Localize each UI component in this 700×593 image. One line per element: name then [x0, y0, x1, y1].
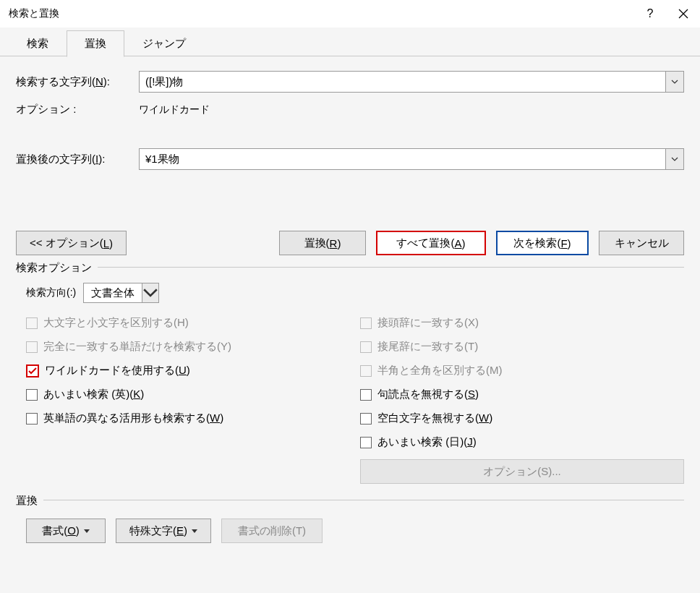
- ignore-whitespace-checkbox[interactable]: [360, 413, 372, 425]
- fuzzy-jp-option[interactable]: あいまい検索 (日)(J): [360, 435, 684, 449]
- clear-format-button: 書式の削除(T): [221, 519, 323, 543]
- find-replace-dialog: 検索と置換 ? 検索 置換 ジャンプ 検索する文字列(N):: [0, 0, 700, 593]
- options-left-col: 大文字と小文字を区別する(H) 完全に一致する単語だけを検索する(Y) ワイルド…: [16, 316, 350, 484]
- tab-replace[interactable]: 置換: [67, 30, 124, 57]
- direction-row: 検索方向(:) 文書全体: [26, 283, 684, 303]
- replace-label: 置換後の文字列(I):: [16, 153, 139, 166]
- tab-search[interactable]: 検索: [9, 30, 67, 56]
- match-prefix-option: 接頭辞に一致する(X): [360, 316, 684, 330]
- svg-marker-3: [192, 529, 197, 533]
- replace-dropdown-button[interactable]: [665, 148, 684, 170]
- match-prefix-checkbox: [360, 317, 372, 329]
- replace-group-legend: 置換: [16, 494, 43, 508]
- replace-button[interactable]: 置換(R): [279, 231, 366, 255]
- titlebar: 検索と置換 ?: [0, 0, 700, 27]
- replace-input[interactable]: [139, 148, 665, 170]
- options-right-col: 接頭辞に一致する(X) 接尾辞に一致する(T) 半角と全角を区別する(M) 句読…: [350, 316, 684, 484]
- chevron-down-icon: [671, 80, 678, 84]
- special-button[interactable]: 特殊文字(E): [116, 519, 211, 543]
- tabstrip: 検索 置換 ジャンプ: [0, 27, 700, 56]
- ignore-whitespace-option[interactable]: 空白文字を無視する(W): [360, 411, 684, 425]
- replace-combo: [139, 148, 684, 170]
- direction-value: 文書全体: [83, 283, 142, 303]
- find-combo: [139, 71, 684, 93]
- options-columns: 大文字と小文字を区別する(H) 完全に一致する単語だけを検索する(Y) ワイルド…: [16, 316, 684, 484]
- ignore-punct-option[interactable]: 句読点を無視する(S): [360, 388, 684, 401]
- option-row: オプション : ワイルドカード: [16, 103, 684, 116]
- chevron-down-icon: [671, 157, 678, 161]
- find-row: 検索する文字列(N):: [16, 71, 684, 93]
- direction-label: 検索方向(:): [26, 286, 76, 299]
- replace-row: 置換後の文字列(I):: [16, 148, 684, 170]
- fuzzy-en-checkbox[interactable]: [26, 389, 38, 401]
- less-options-button[interactable]: << オプション(L): [16, 231, 127, 255]
- match-suffix-checkbox: [360, 341, 372, 353]
- search-options-legend: 検索オプション: [16, 261, 98, 275]
- use-wildcards-option[interactable]: ワイルドカードを使用する(U): [26, 364, 350, 377]
- form-panel: 検索する文字列(N): オプション : ワイルドカード 置換後の文字列(I):: [0, 56, 700, 225]
- match-width-option: 半角と全角を区別する(M): [360, 364, 684, 377]
- find-input[interactable]: [139, 71, 665, 93]
- replace-group: 置換 書式(O) 特殊文字(E) 書式の削除(T): [16, 500, 684, 543]
- replace-format-row: 書式(O) 特殊文字(E) 書式の削除(T): [16, 514, 684, 543]
- svg-marker-2: [84, 529, 90, 533]
- check-icon: [28, 367, 37, 375]
- option-value: ワイルドカード: [139, 103, 210, 116]
- fuzzy-options-button: オプション(S)...: [360, 459, 684, 484]
- client-area: 検索 置換 ジャンプ 検索する文字列(N): オプション : ワイルドカード: [0, 27, 700, 593]
- whole-word-checkbox: [26, 341, 38, 353]
- help-button[interactable]: ?: [633, 0, 667, 27]
- match-case-option: 大文字と小文字を区別する(H): [26, 316, 350, 330]
- caret-down-icon: [84, 529, 90, 533]
- chevron-down-icon: [142, 288, 158, 297]
- button-row: << オプション(L) 置換(R) すべて置換(A) 次を検索(F) キャンセル: [0, 225, 700, 264]
- fuzzy-en-option[interactable]: あいまい検索 (英)(K): [26, 388, 350, 401]
- find-next-button[interactable]: 次を検索(F): [496, 231, 589, 255]
- match-case-checkbox: [26, 317, 38, 329]
- window-title: 検索と置換: [9, 7, 59, 20]
- find-dropdown-button[interactable]: [665, 71, 684, 93]
- direction-dropdown-button[interactable]: [142, 283, 159, 303]
- format-button[interactable]: 書式(O): [26, 519, 106, 543]
- word-forms-checkbox[interactable]: [26, 413, 38, 425]
- replace-all-button[interactable]: すべて置換(A): [376, 231, 486, 255]
- caret-down-icon: [192, 529, 197, 533]
- use-wildcards-checkbox[interactable]: [26, 364, 39, 377]
- close-icon: [678, 9, 688, 19]
- match-width-checkbox: [360, 365, 372, 377]
- tab-jump[interactable]: ジャンプ: [124, 30, 204, 56]
- find-label: 検索する文字列(N):: [16, 75, 139, 89]
- cancel-button[interactable]: キャンセル: [599, 231, 684, 255]
- match-suffix-option: 接尾辞に一致する(T): [360, 340, 684, 354]
- fuzzy-jp-checkbox[interactable]: [360, 437, 372, 448]
- whole-word-option: 完全に一致する単語だけを検索する(Y): [26, 340, 350, 354]
- word-forms-option[interactable]: 英単語の異なる活用形も検索する(W): [26, 411, 350, 425]
- direction-select[interactable]: 文書全体: [83, 283, 159, 303]
- search-options-group: 検索オプション 検索方向(:) 文書全体 大文字と小文字を区別す: [16, 267, 684, 484]
- option-label: オプション :: [16, 103, 139, 116]
- close-button[interactable]: [667, 0, 700, 27]
- ignore-punct-checkbox[interactable]: [360, 389, 372, 401]
